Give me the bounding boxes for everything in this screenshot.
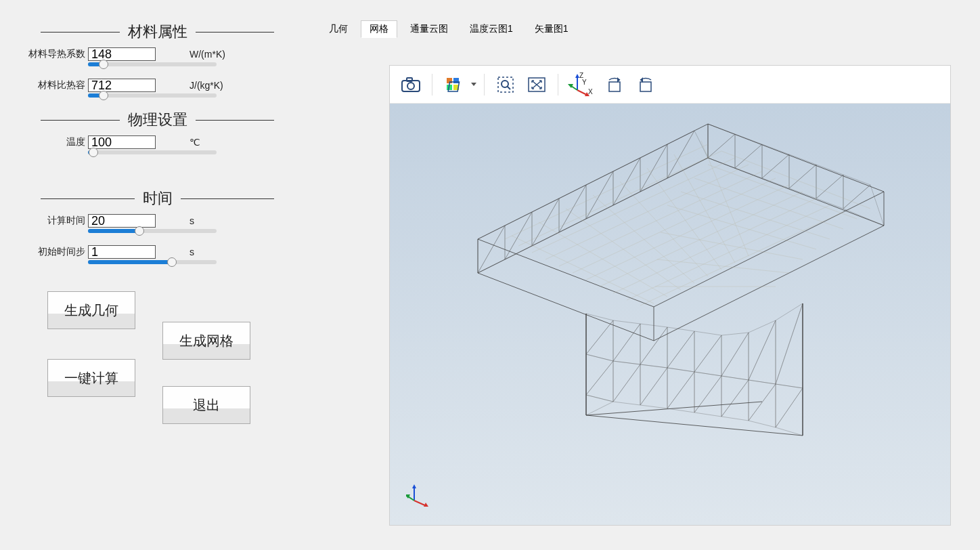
zoom-extents-icon[interactable] [522,70,551,99]
graphics-toolbar: Z X Y [390,66,950,104]
tab-temp-plot[interactable]: 温度云图1 [461,20,522,38]
generate-mesh-button[interactable]: 生成网格 [162,322,250,360]
view-tabs: 几何 网格 通量云图 温度云图1 矢量图1 [315,20,980,38]
svg-text:X: X [588,88,593,96]
rotate-cw-icon[interactable] [600,70,629,99]
generate-geometry-button[interactable]: 生成几何 [47,291,135,329]
conductivity-input[interactable] [88,47,156,61]
physics-title: 物理设置 [120,110,196,130]
zoom-box-icon[interactable] [491,70,520,99]
one-click-compute-button[interactable]: 一键计算 [47,359,135,397]
conductivity-unit: W/(m*K) [190,49,225,60]
tab-geometry[interactable]: 几何 [320,20,357,38]
physics-section-header: 物理设置 [41,110,274,130]
parameters-panel: 材料属性 材料导热系数 W/(m*K) 材料比热容 J/(kg*K) 物理设置 … [0,0,315,550]
viewport-3d[interactable] [390,104,950,525]
material-title: 材料属性 [120,22,196,42]
orientation-axes-icon[interactable]: Z X Y [565,70,598,99]
compute-time-unit: s [190,215,194,226]
material-section-header: 材料属性 [41,22,274,42]
graphics-panel: 几何 网格 通量云图 温度云图1 矢量图1 [315,0,980,550]
compute-time-input[interactable] [88,214,156,228]
svg-rect-4 [453,78,459,83]
temperature-input[interactable] [88,135,156,149]
svg-rect-23 [640,82,651,91]
temperature-slider[interactable] [88,150,217,154]
init-step-unit: s [190,247,194,257]
grid-select-dropdown[interactable] [470,83,477,86]
svg-text:Y: Y [582,79,587,86]
conductivity-slider[interactable] [88,62,217,66]
heat-capacity-unit: J/(kg*K) [190,80,223,91]
svg-line-10 [507,86,510,89]
compute-time-label: 计算时间 [20,215,88,227]
compute-time-slider[interactable] [88,229,217,233]
heat-capacity-label: 材料比热容 [20,79,88,91]
graphics-area: Z X Y [389,65,951,526]
time-section-header: 时间 [41,188,274,209]
init-step-slider[interactable] [88,260,217,264]
svg-point-1 [407,83,414,89]
axis-triad-icon [406,482,433,509]
init-step-label: 初始时间步 [20,246,88,258]
init-step-input[interactable] [88,245,156,259]
rotate-ccw-icon[interactable] [631,70,660,99]
svg-rect-21 [609,82,620,91]
heat-capacity-slider[interactable] [88,93,217,98]
tab-vector-plot[interactable]: 矢量图1 [526,20,577,38]
svg-rect-8 [498,77,513,92]
temperature-unit: ℃ [190,137,200,148]
heat-capacity-input[interactable] [88,79,156,92]
svg-marker-30 [412,484,416,488]
tab-flux-plot[interactable]: 通量云图 [401,20,457,38]
time-title: 时间 [135,188,181,209]
svg-rect-2 [407,78,412,81]
exit-button[interactable]: 退出 [162,386,250,424]
temperature-label: 温度 [20,136,88,148]
tab-mesh[interactable]: 网格 [361,20,397,38]
camera-icon[interactable] [397,70,425,99]
mesh-rendering [424,110,897,449]
grid-select-icon[interactable] [439,70,468,99]
conductivity-label: 材料导热系数 [20,48,88,60]
